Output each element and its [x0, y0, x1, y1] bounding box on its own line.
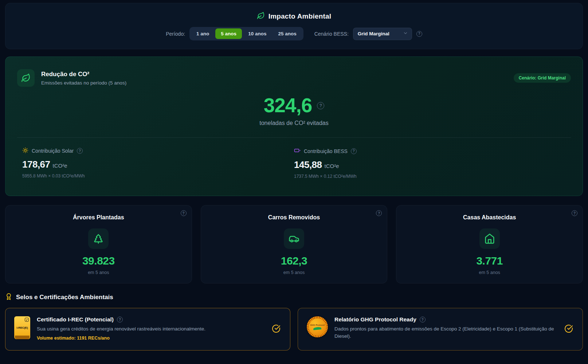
co2-reduction-card: Redução de CO² Emissões evitadas no perí… [5, 56, 583, 196]
certifications-section-header: Selos e Certificações Ambientais [5, 293, 583, 302]
equivalents-row: ? Árvores Plantadas 39.823 em 5 anos ? C… [5, 205, 583, 283]
homes-card-title: Casas Abastecidas [463, 214, 516, 221]
leaf-icon [17, 69, 35, 87]
solar-contribution-formula: 5955.8 MWh × 0.03 tCO²e/MWh [22, 173, 294, 179]
cars-value: 162,3 [281, 255, 307, 267]
divider [17, 137, 571, 138]
trees-card-title: Árvores Plantadas [73, 214, 124, 221]
bess-contribution-label: Contribuição BESS [304, 148, 348, 154]
controls-row: Período: 1 ano 5 anos 10 anos 25 anos Ce… [166, 27, 422, 40]
house-icon [479, 228, 500, 249]
check-circle-icon [272, 324, 281, 334]
trees-help-icon[interactable]: ? [181, 210, 187, 216]
solar-contribution-value: 178,67 [22, 159, 50, 170]
cars-removed-card: ? Carros Removidos 162,3 em 5 anos [201, 205, 388, 283]
bess-contribution: Contribuição BESS ? 145,88 tCO²e 1737.5 … [294, 147, 566, 179]
ghg-card-description: Dados prontos para abatimento de emissõe… [334, 325, 557, 340]
period-button-25-anos[interactable]: 25 anos [273, 28, 302, 39]
ghg-help-icon[interactable]: ? [420, 317, 426, 322]
irec-estimated-volume: Volume estimado: 1191 RECs/ano [37, 336, 205, 341]
leaf-swoosh-icon [313, 327, 322, 330]
period-label: Período: [166, 31, 185, 37]
co2-card-subtitle: Emissões evitadas no período (5 anos) [41, 80, 126, 86]
check-circle-icon [564, 324, 573, 334]
ghg-card-title: Relatório GHG Protocol Ready [334, 316, 416, 323]
co2-total-help-icon[interactable]: ? [317, 102, 324, 109]
irec-badge-icon: ✓ I-REC(E) [14, 316, 30, 339]
scenario-bess-label: Cenário BESS: [314, 31, 349, 37]
chevron-down-icon [403, 31, 408, 37]
environmental-impact-page: Impacto Ambiental Período: 1 ano 5 anos … [0, 0, 588, 364]
scenario-selected-value: Grid Marginal [358, 31, 389, 36]
irec-card-title: Certificado I-REC (Potencial) [37, 316, 114, 323]
checkbox-icon: ✓ [25, 318, 29, 322]
co2-total-caption: toneladas de CO² evitadas [17, 120, 571, 126]
solar-help-icon[interactable]: ? [77, 148, 83, 154]
page-title-row: Impacto Ambiental [257, 12, 332, 21]
solar-contribution-unit: tCO²e [53, 163, 67, 169]
bess-contribution-value: 145,88 [294, 159, 322, 171]
tree-pine-icon [88, 228, 109, 249]
bess-contribution-unit: tCO²e [325, 163, 339, 169]
period-selector: 1 ano 5 anos 10 anos 25 anos [189, 27, 303, 40]
trees-planted-card: ? Árvores Plantadas 39.823 em 5 anos [5, 205, 192, 283]
certifications-section-title: Selos e Certificações Ambientais [16, 294, 113, 301]
scenario-help-icon[interactable]: ? [416, 31, 422, 37]
page-title: Impacto Ambiental [268, 12, 332, 20]
homes-value: 3.771 [476, 255, 503, 267]
solar-contribution-label: Contribuição Solar [32, 148, 74, 154]
header-panel: Impacto Ambiental Período: 1 ano 5 anos … [5, 3, 583, 49]
certifications-row: ✓ I-REC(E) Certificado I-REC (Potencial)… [5, 308, 583, 351]
scenario-badge: Cenário: Grid Marginal [514, 73, 571, 83]
co2-card-title: Redução de CO² [41, 71, 126, 78]
solar-contribution: Contribuição Solar ? 178,67 tCO²e 5955.8… [22, 147, 294, 179]
irec-card-content: Certificado I-REC (Potencial) ? Sua usin… [37, 316, 205, 341]
ghg-protocol-card: GHG Protocol Relatório GHG Protocol Read… [298, 308, 583, 351]
irec-certificate-card: ✓ I-REC(E) Certificado I-REC (Potencial)… [5, 308, 290, 351]
co2-card-header: Redução de CO² Emissões evitadas no perí… [17, 69, 571, 87]
homes-period: em 5 anos [479, 270, 500, 275]
cars-period: em 5 anos [283, 270, 305, 275]
award-icon [5, 293, 12, 302]
co2-total-value: 324,6 [264, 95, 312, 116]
scenario-select[interactable]: Grid Marginal [353, 28, 412, 40]
irec-card-description: Sua usina gera créditos de energia renov… [37, 325, 205, 333]
ghg-medal-icon: GHG Protocol [307, 316, 328, 337]
homes-powered-card: ? Casas Abastecidas 3.771 em 5 anos [396, 205, 583, 283]
period-button-5-anos[interactable]: 5 anos [215, 28, 242, 39]
bess-help-icon[interactable]: ? [351, 148, 357, 154]
cars-help-icon[interactable]: ? [376, 210, 382, 216]
car-icon [284, 228, 304, 249]
irec-badge-strip [15, 336, 30, 339]
period-button-1-ano[interactable]: 1 ano [191, 28, 215, 39]
ghg-card-content: Relatório GHG Protocol Ready ? Dados pro… [334, 316, 557, 340]
period-button-10-anos[interactable]: 10 anos [243, 28, 272, 39]
homes-help-icon[interactable]: ? [572, 210, 577, 216]
co2-total-row: 324,6 ? [17, 95, 571, 116]
bess-contribution-formula: 1737.5 MWh × 0.12 tCO²e/MWh [294, 174, 566, 179]
co2-card-titles: Redução de CO² Emissões evitadas no perí… [41, 71, 126, 86]
leaf-icon [257, 12, 265, 21]
irec-help-icon[interactable]: ? [117, 317, 123, 322]
sun-icon [22, 147, 28, 154]
battery-icon [294, 147, 301, 155]
contributions: Contribuição Solar ? 178,67 tCO²e 5955.8… [17, 147, 571, 179]
trees-value: 39.823 [82, 255, 115, 267]
trees-period: em 5 anos [88, 270, 109, 275]
cars-card-title: Carros Removidos [268, 214, 320, 221]
